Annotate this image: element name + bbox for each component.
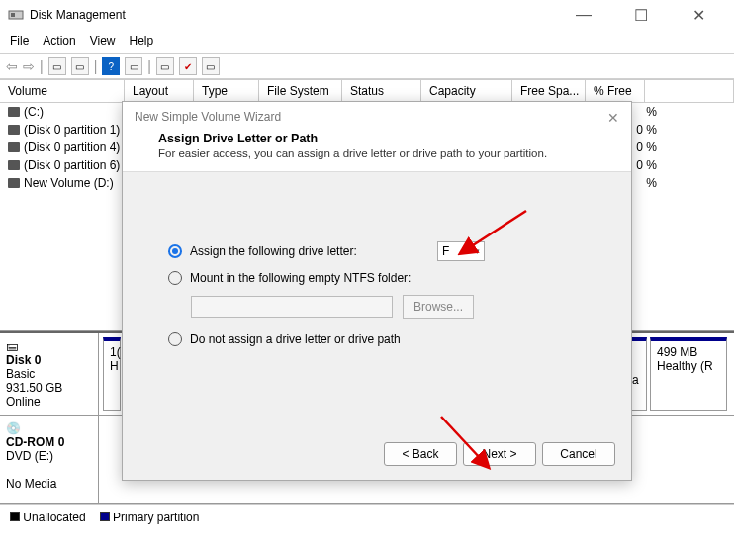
browse-button[interactable]: Browse... [403,295,474,319]
col-layout[interactable]: Layout [125,80,194,102]
legend-unallocated: Unallocated [23,511,85,524]
svg-line-3 [470,211,526,247]
volume-name: New Volume (D:) [24,176,114,190]
disk-icon [8,178,20,188]
part-line: H [110,359,114,373]
svg-rect-1 [11,13,15,17]
close-button[interactable]: ✕ [679,6,718,25]
menu-help[interactable]: Help [130,34,154,47]
col-capacity[interactable]: Capacity [421,80,512,102]
radio-no-assign[interactable] [168,332,182,346]
disk-size: 931.50 GB [6,381,92,395]
titlebar: Disk Management — ☐ ✕ [0,0,734,30]
maximize-button[interactable]: ☐ [621,6,661,25]
menubar: File Action View Help [0,30,734,53]
toolbar-btn-1[interactable]: ▭ [48,57,66,75]
part-line: 1( [110,345,114,359]
menu-action[interactable]: Action [43,34,75,47]
toolbar-btn-3[interactable]: ▭ [125,57,142,75]
toolbar-btn-5[interactable]: ✔ [179,57,197,75]
toolbar-btn-4[interactable]: ▭ [156,57,174,75]
drive-letter-value: F [442,244,449,258]
legend-swatch-unallocated [10,512,20,521]
partition[interactable]: 1( H [103,337,121,411]
volume-name: (Disk 0 partition 1) [24,123,120,137]
legend-swatch-primary [100,512,110,521]
part-line: Healthy (R [657,359,720,373]
opt-mount-folder-label: Mount in the following empty NTFS folder… [190,271,411,285]
disk-icon: 🖴 [6,339,92,353]
window-title: Disk Management [30,8,126,22]
disk-icon [8,160,20,170]
forward-icon[interactable]: ⇨ [23,58,35,74]
cdrom-drv: DVD (E:) [6,449,92,463]
volume-pctfree: 0 % [636,140,726,154]
dialog-close-icon[interactable]: ✕ [607,110,619,126]
wizard-dialog: New Simple Volume Wizard ✕ Assign Drive … [122,101,632,481]
cancel-button[interactable]: Cancel [542,442,615,466]
mount-path-input[interactable] [191,296,393,318]
minimize-button[interactable]: — [564,6,603,25]
volume-pctfree: 0 % [636,123,726,137]
disk-kind: Basic [6,367,92,381]
part-line: 499 MB [657,345,720,359]
cdrom-state: No Media [6,477,92,491]
disc-icon: 💿 [6,421,92,435]
col-spacer [645,80,734,102]
col-fs[interactable]: File System [259,80,342,102]
toolbar-btn-6[interactable]: ▭ [202,57,220,75]
col-volume[interactable]: Volume [0,80,125,102]
disk-icon [8,107,20,117]
volume-pctfree: % [646,176,726,190]
volume-header: Volume Layout Type File System Status Ca… [0,79,734,103]
disk-icon [8,125,20,135]
col-freespace[interactable]: Free Spa... [512,80,586,102]
menu-view[interactable]: View [90,34,116,47]
col-type[interactable]: Type [194,80,259,102]
col-status[interactable]: Status [342,80,421,102]
help-icon[interactable]: ? [102,57,120,75]
disk-icon [8,142,20,152]
col-pctfree[interactable]: % Free [586,80,645,102]
opt-assign-letter-label: Assign the following drive letter: [190,244,357,258]
cdrom-name: CD-ROM 0 [6,435,92,449]
annotation-arrow-2 [433,412,493,474]
partition[interactable]: 499 MB Healthy (R [650,337,727,411]
legend-primary: Primary partition [113,511,199,524]
volume-pctfree: 0 % [636,158,726,172]
svg-line-5 [441,417,481,459]
radio-assign-letter[interactable] [168,244,182,258]
volume-pctfree: % [646,105,726,119]
disk-name: Disk 0 [6,353,92,367]
opt-no-assign-label: Do not assign a drive letter or drive pa… [190,332,401,346]
toolbar-btn-2[interactable]: ▭ [71,57,89,75]
app-icon [8,7,24,23]
annotation-arrow-1 [462,206,531,258]
dialog-subheading: For easier access, you can assign a driv… [158,147,611,159]
legend: Unallocated Primary partition [0,504,734,530]
volume-name: (Disk 0 partition 6) [24,158,120,172]
menu-file[interactable]: File [10,34,29,47]
volume-name: (C:) [24,105,44,119]
disk-state: Online [6,395,92,409]
dialog-title: New Simple Volume Wizard [135,110,281,126]
back-icon[interactable]: ⇦ [6,58,18,74]
dialog-heading: Assign Drive Letter or Path [158,132,611,145]
toolbar: ⇦ ⇨ | ▭ ▭ | ? ▭ | ▭ ✔ ▭ [0,53,734,79]
volume-name: (Disk 0 partition 4) [24,140,120,154]
radio-mount-folder[interactable] [168,271,182,285]
